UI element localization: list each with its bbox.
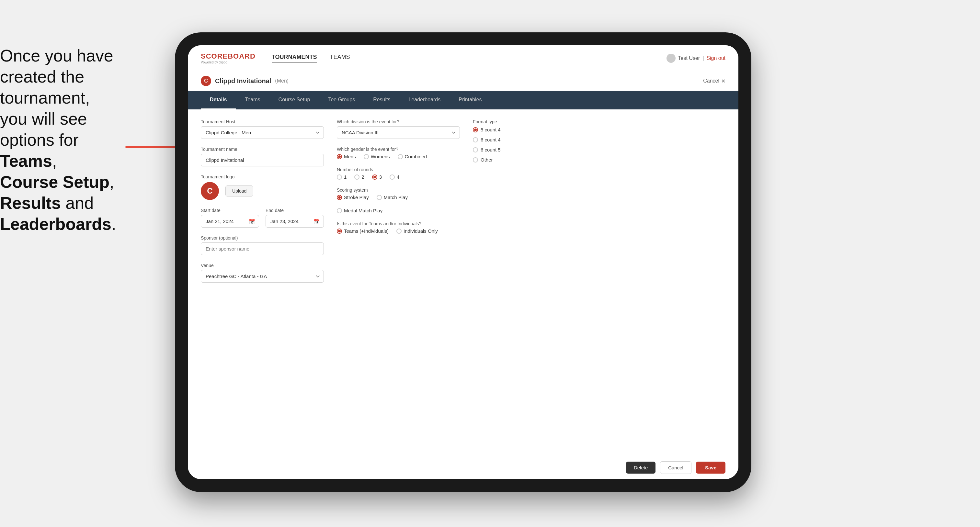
scoring-group: Scoring system Stroke Play Match Play (337, 187, 460, 213)
gender-group: Which gender is the event for? Mens Wome… (337, 147, 460, 159)
user-icon (667, 54, 676, 63)
tab-printables[interactable]: Printables (450, 91, 491, 110)
rounds-2[interactable]: 2 (354, 174, 364, 179)
scoring-medal-match[interactable]: Medal Match Play (337, 208, 382, 213)
user-name: Test User (678, 56, 700, 61)
breadcrumb-bar: C Clippd Invitational (Men) Cancel ✕ (188, 71, 738, 91)
individuals-only[interactable]: Individuals Only (396, 228, 438, 234)
delete-button[interactable]: Delete (626, 462, 655, 474)
teams-plus-dot (337, 229, 342, 234)
format-5count4-dot (473, 127, 478, 132)
tab-results[interactable]: Results (364, 91, 399, 110)
breadcrumb-icon: C (201, 76, 211, 86)
tournament-host-label: Tournament Host (201, 119, 324, 124)
end-date-group: End date 📅 (266, 208, 324, 227)
instruction-line4: you will see (0, 110, 87, 128)
end-date-label: End date (266, 208, 324, 213)
instruction-line3: tournament, (0, 88, 90, 107)
cancel-button[interactable]: Cancel (660, 461, 692, 474)
division-select[interactable]: NCAA Division III (337, 126, 460, 139)
scoring-medal-match-dot (337, 208, 342, 213)
format-6count5-dot (473, 147, 478, 152)
format-6count5[interactable]: 6 count 5 (473, 147, 576, 152)
instruction-line2: created the (0, 67, 84, 86)
scoring-stroke-dot (337, 195, 342, 200)
instruction-results: Results (0, 194, 61, 212)
venue-label: Venue (201, 263, 324, 268)
cancel-top[interactable]: Cancel ✕ (703, 78, 725, 84)
rounds-2-dot (354, 175, 360, 179)
user-area: Test User | Sign out (667, 54, 725, 63)
sponsor-label: Sponsor (optional) (201, 235, 324, 241)
instruction-line1: Once you have (0, 46, 113, 65)
rounds-radio-group: 1 2 3 4 (337, 174, 460, 179)
rounds-group: Number of rounds 1 2 3 (337, 167, 460, 179)
division-label: Which division is the event for? (337, 119, 460, 124)
calendar-icon-end: 📅 (313, 218, 320, 224)
rounds-3[interactable]: 3 (372, 174, 382, 179)
gender-mens[interactable]: Mens (337, 154, 356, 159)
scoring-radio-group: Stroke Play Match Play Medal Match Play (337, 195, 460, 213)
tab-tee-groups[interactable]: Tee Groups (319, 91, 364, 110)
top-nav: SCOREBOARD Powered by clippd TOURNAMENTS… (188, 45, 738, 71)
separator: | (702, 56, 704, 61)
nav-link-teams[interactable]: TEAMS (330, 54, 350, 62)
rounds-4[interactable]: 4 (390, 174, 399, 179)
format-6count4[interactable]: 6 count 4 (473, 137, 576, 143)
tournament-logo-label: Tournament logo (201, 174, 324, 179)
tournament-logo-group: Tournament logo C Upload (201, 174, 324, 200)
tab-leaderboards[interactable]: Leaderboards (399, 91, 450, 110)
instruction-block: Once you have created the tournament, yo… (0, 45, 136, 235)
tournament-host-select[interactable]: Clippd College - Men (201, 126, 324, 139)
format-other[interactable]: Other (473, 157, 576, 162)
sign-out-link[interactable]: Sign out (706, 56, 725, 61)
tab-details[interactable]: Details (201, 91, 236, 110)
gender-mens-dot (337, 154, 342, 159)
gender-radio-group: Mens Womens Combined (337, 154, 460, 159)
format-6count4-dot (473, 137, 478, 143)
division-group: Which division is the event for? NCAA Di… (337, 119, 460, 139)
teams-individuals-label: Is this event for Teams and/or Individua… (337, 221, 460, 226)
tournament-name-input[interactable] (201, 154, 324, 167)
tab-course-setup[interactable]: Course Setup (269, 91, 319, 110)
tabs-bar: Details Teams Course Setup Tee Groups Re… (188, 91, 738, 110)
scoring-match-dot (377, 195, 382, 200)
teams-plus-individuals[interactable]: Teams (+Individuals) (337, 228, 389, 234)
save-button[interactable]: Save (696, 462, 725, 474)
upload-button[interactable]: Upload (225, 186, 253, 197)
individuals-only-dot (396, 229, 402, 234)
sponsor-input[interactable] (201, 243, 324, 255)
gender-combined-dot (398, 154, 403, 159)
venue-group: Venue Peachtree GC - Atlanta - GA (201, 263, 324, 283)
gender-label: Which gender is the event for? (337, 147, 460, 152)
scoring-stroke[interactable]: Stroke Play (337, 195, 369, 200)
venue-select[interactable]: Peachtree GC - Atlanta - GA (201, 270, 324, 283)
nav-link-tournaments[interactable]: TOURNAMENTS (272, 54, 317, 62)
breadcrumb-title: Clippd Invitational (215, 77, 271, 85)
format-5count4[interactable]: 5 count 4 (473, 127, 576, 132)
start-date-wrapper: 📅 (201, 215, 259, 227)
tab-teams[interactable]: Teams (236, 91, 269, 110)
tournament-name-label: Tournament name (201, 147, 324, 152)
format-type-group: Format type 5 count 4 6 count 4 6 cou (473, 119, 576, 162)
logo-upload-area: C Upload (201, 182, 324, 200)
gender-combined[interactable]: Combined (398, 154, 427, 159)
column-right: Format type 5 count 4 6 count 4 6 cou (473, 119, 576, 446)
instruction-teams: Teams (0, 151, 52, 170)
end-date-wrapper: 📅 (266, 215, 324, 227)
start-date-group: Start date 📅 (201, 208, 259, 227)
logo-scoreboard: SCOREBOARD (201, 52, 256, 60)
date-row: Start date 📅 End date 📅 (201, 208, 324, 235)
gender-womens[interactable]: Womens (364, 154, 390, 159)
scoring-match[interactable]: Match Play (377, 195, 408, 200)
format-other-dot (473, 157, 478, 162)
tournament-host-group: Tournament Host Clippd College - Men (201, 119, 324, 139)
instruction-leaderboards: Leaderboards (0, 214, 111, 233)
teams-individuals-group: Is this event for Teams and/or Individua… (337, 221, 460, 234)
tablet-screen: SCOREBOARD Powered by clippd TOURNAMENTS… (188, 45, 738, 479)
scoring-label: Scoring system (337, 187, 460, 193)
instruction-line5: options for (0, 130, 79, 149)
rounds-1[interactable]: 1 (337, 174, 347, 179)
sponsor-group: Sponsor (optional) (201, 235, 324, 255)
instruction-course-setup: Course Setup (0, 173, 110, 191)
